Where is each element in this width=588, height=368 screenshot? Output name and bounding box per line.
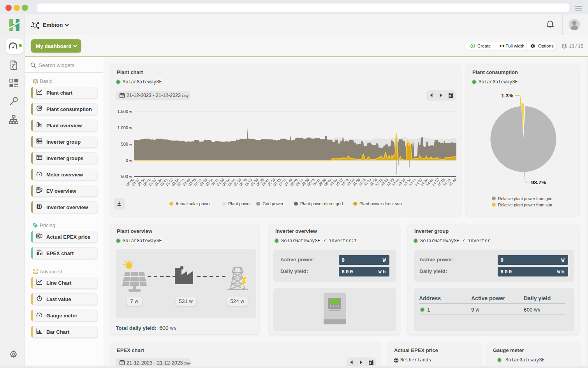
svg-text:w: w — [129, 126, 132, 130]
svg-text:Plant power: Plant power — [228, 201, 251, 206]
svg-text:1.3%: 1.3% — [501, 93, 513, 99]
svg-text:Relative plant power from grid: Relative plant power from grid — [498, 196, 553, 201]
svg-text:Grid power: Grid power — [262, 201, 283, 206]
svg-text:500: 500 — [121, 142, 128, 146]
svg-text:98.7%: 98.7% — [531, 180, 546, 185]
svg-text:w: w — [129, 159, 132, 163]
svg-text:w: w — [129, 143, 132, 146]
svg-text:1.000: 1.000 — [117, 125, 128, 130]
svg-text:-500: -500 — [120, 174, 128, 179]
svg-text:Actual solar power: Actual solar power — [176, 201, 211, 206]
svg-text:Plant power direct sun: Plant power direct sun — [359, 201, 402, 206]
svg-text:0: 0 — [126, 158, 128, 163]
svg-text:w: w — [129, 110, 132, 114]
svg-text:€: € — [12, 65, 14, 69]
svg-text:€: € — [39, 234, 41, 238]
svg-text:Relative plant power from sun: Relative plant power from sun — [498, 202, 552, 207]
svg-text:Plant power direct grid: Plant power direct grid — [300, 201, 343, 206]
svg-text:1.500: 1.500 — [117, 109, 128, 114]
